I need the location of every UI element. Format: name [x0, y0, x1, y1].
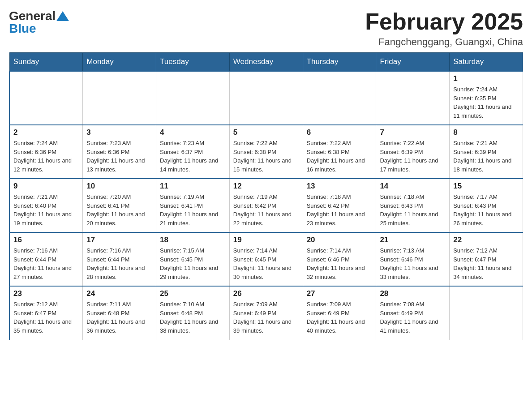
calendar-cell: 7Sunrise: 7:22 AM Sunset: 6:39 PM Daylig…	[376, 125, 450, 179]
logo-triangle-icon	[56, 11, 69, 21]
calendar-cell: 11Sunrise: 7:19 AM Sunset: 6:41 PM Dayli…	[156, 179, 230, 232]
month-title: February 2025	[365, 9, 523, 34]
day-of-week-header: Tuesday	[156, 53, 230, 72]
logo: General Blue	[9, 9, 69, 36]
day-info: Sunrise: 7:19 AM Sunset: 6:42 PM Dayligh…	[233, 193, 299, 227]
day-info: Sunrise: 7:24 AM Sunset: 6:36 PM Dayligh…	[13, 139, 79, 174]
day-info: Sunrise: 7:21 AM Sunset: 6:39 PM Dayligh…	[453, 139, 519, 174]
day-number: 3	[86, 128, 152, 137]
day-number: 8	[453, 128, 519, 137]
title-section: February 2025 Fangchenggang, Guangxi, Ch…	[365, 9, 523, 48]
calendar-cell	[450, 286, 523, 340]
day-number: 15	[453, 182, 519, 191]
day-info: Sunrise: 7:12 AM Sunset: 6:47 PM Dayligh…	[453, 246, 519, 281]
calendar-cell: 14Sunrise: 7:18 AM Sunset: 6:43 PM Dayli…	[376, 179, 450, 232]
calendar-week-row: 1Sunrise: 7:24 AM Sunset: 6:35 PM Daylig…	[9, 71, 523, 125]
day-info: Sunrise: 7:09 AM Sunset: 6:49 PM Dayligh…	[233, 300, 299, 335]
calendar-header-row: SundayMondayTuesdayWednesdayThursdayFrid…	[9, 53, 523, 72]
day-of-week-header: Thursday	[303, 53, 376, 72]
calendar-cell: 9Sunrise: 7:21 AM Sunset: 6:40 PM Daylig…	[9, 179, 83, 232]
calendar-cell: 18Sunrise: 7:15 AM Sunset: 6:45 PM Dayli…	[156, 232, 230, 286]
day-number: 9	[13, 182, 79, 191]
calendar-cell: 5Sunrise: 7:22 AM Sunset: 6:38 PM Daylig…	[229, 125, 303, 179]
calendar-cell: 8Sunrise: 7:21 AM Sunset: 6:39 PM Daylig…	[450, 125, 523, 179]
day-number: 22	[453, 235, 519, 244]
day-number: 26	[233, 289, 299, 298]
calendar-cell: 3Sunrise: 7:23 AM Sunset: 6:36 PM Daylig…	[83, 125, 156, 179]
logo-blue: Blue	[9, 21, 36, 36]
day-info: Sunrise: 7:21 AM Sunset: 6:40 PM Dayligh…	[13, 193, 79, 227]
calendar-cell: 20Sunrise: 7:14 AM Sunset: 6:46 PM Dayli…	[303, 232, 376, 286]
calendar-cell: 27Sunrise: 7:09 AM Sunset: 6:49 PM Dayli…	[303, 286, 376, 340]
location: Fangchenggang, Guangxi, China	[365, 36, 523, 48]
calendar-cell: 6Sunrise: 7:22 AM Sunset: 6:38 PM Daylig…	[303, 125, 376, 179]
day-number: 14	[380, 182, 446, 191]
day-of-week-header: Wednesday	[229, 53, 303, 72]
page-header: General Blue February 2025 Fangchenggang…	[9, 9, 523, 48]
day-info: Sunrise: 7:16 AM Sunset: 6:44 PM Dayligh…	[13, 246, 79, 281]
day-number: 1	[453, 74, 519, 83]
day-number: 7	[380, 128, 446, 137]
day-info: Sunrise: 7:18 AM Sunset: 6:42 PM Dayligh…	[307, 193, 373, 227]
day-number: 5	[233, 128, 299, 137]
calendar-cell: 2Sunrise: 7:24 AM Sunset: 6:36 PM Daylig…	[9, 125, 83, 179]
day-number: 28	[380, 289, 446, 298]
day-number: 13	[307, 182, 373, 191]
day-number: 19	[233, 235, 299, 244]
day-info: Sunrise: 7:19 AM Sunset: 6:41 PM Dayligh…	[160, 193, 226, 227]
day-info: Sunrise: 7:16 AM Sunset: 6:44 PM Dayligh…	[86, 246, 152, 281]
day-number: 11	[160, 182, 226, 191]
calendar-week-row: 9Sunrise: 7:21 AM Sunset: 6:40 PM Daylig…	[9, 179, 523, 232]
calendar-cell: 23Sunrise: 7:12 AM Sunset: 6:47 PM Dayli…	[9, 286, 83, 340]
calendar-week-row: 23Sunrise: 7:12 AM Sunset: 6:47 PM Dayli…	[9, 286, 523, 340]
calendar-cell: 25Sunrise: 7:10 AM Sunset: 6:48 PM Dayli…	[156, 286, 230, 340]
day-number: 27	[307, 289, 373, 298]
day-number: 24	[86, 289, 152, 298]
day-number: 10	[86, 182, 152, 191]
day-info: Sunrise: 7:15 AM Sunset: 6:45 PM Dayligh…	[160, 246, 226, 281]
day-number: 23	[13, 289, 79, 298]
day-info: Sunrise: 7:14 AM Sunset: 6:45 PM Dayligh…	[233, 246, 299, 281]
day-number: 17	[86, 235, 152, 244]
day-number: 2	[13, 128, 79, 137]
calendar-cell	[229, 71, 303, 125]
calendar-cell	[303, 71, 376, 125]
day-of-week-header: Saturday	[450, 53, 523, 72]
calendar-cell: 13Sunrise: 7:18 AM Sunset: 6:42 PM Dayli…	[303, 179, 376, 232]
day-info: Sunrise: 7:09 AM Sunset: 6:49 PM Dayligh…	[307, 300, 373, 335]
calendar-week-row: 2Sunrise: 7:24 AM Sunset: 6:36 PM Daylig…	[9, 125, 523, 179]
calendar-cell	[9, 71, 83, 125]
day-info: Sunrise: 7:22 AM Sunset: 6:39 PM Dayligh…	[380, 139, 446, 174]
day-info: Sunrise: 7:13 AM Sunset: 6:46 PM Dayligh…	[380, 246, 446, 281]
calendar-cell: 16Sunrise: 7:16 AM Sunset: 6:44 PM Dayli…	[9, 232, 83, 286]
calendar-cell: 28Sunrise: 7:08 AM Sunset: 6:49 PM Dayli…	[376, 286, 450, 340]
calendar-cell	[376, 71, 450, 125]
calendar-cell: 12Sunrise: 7:19 AM Sunset: 6:42 PM Dayli…	[229, 179, 303, 232]
day-info: Sunrise: 7:14 AM Sunset: 6:46 PM Dayligh…	[307, 246, 373, 281]
day-number: 16	[13, 235, 79, 244]
calendar-week-row: 16Sunrise: 7:16 AM Sunset: 6:44 PM Dayli…	[9, 232, 523, 286]
calendar-cell: 24Sunrise: 7:11 AM Sunset: 6:48 PM Dayli…	[83, 286, 156, 340]
day-info: Sunrise: 7:22 AM Sunset: 6:38 PM Dayligh…	[233, 139, 299, 174]
day-number: 6	[307, 128, 373, 137]
calendar-cell: 10Sunrise: 7:20 AM Sunset: 6:41 PM Dayli…	[83, 179, 156, 232]
day-info: Sunrise: 7:08 AM Sunset: 6:49 PM Dayligh…	[380, 300, 446, 335]
day-info: Sunrise: 7:11 AM Sunset: 6:48 PM Dayligh…	[86, 300, 152, 335]
day-info: Sunrise: 7:23 AM Sunset: 6:37 PM Dayligh…	[160, 139, 226, 174]
day-info: Sunrise: 7:22 AM Sunset: 6:38 PM Dayligh…	[307, 139, 373, 174]
day-info: Sunrise: 7:12 AM Sunset: 6:47 PM Dayligh…	[13, 300, 79, 335]
day-info: Sunrise: 7:17 AM Sunset: 6:43 PM Dayligh…	[453, 193, 519, 227]
day-of-week-header: Sunday	[9, 53, 83, 72]
day-number: 4	[160, 128, 226, 137]
calendar-cell: 21Sunrise: 7:13 AM Sunset: 6:46 PM Dayli…	[376, 232, 450, 286]
day-info: Sunrise: 7:18 AM Sunset: 6:43 PM Dayligh…	[380, 193, 446, 227]
day-number: 18	[160, 235, 226, 244]
day-info: Sunrise: 7:20 AM Sunset: 6:41 PM Dayligh…	[86, 193, 152, 227]
calendar-table: SundayMondayTuesdayWednesdayThursdayFrid…	[9, 52, 523, 340]
calendar-cell	[156, 71, 230, 125]
calendar-cell: 1Sunrise: 7:24 AM Sunset: 6:35 PM Daylig…	[450, 71, 523, 125]
calendar-cell: 15Sunrise: 7:17 AM Sunset: 6:43 PM Dayli…	[450, 179, 523, 232]
day-info: Sunrise: 7:23 AM Sunset: 6:36 PM Dayligh…	[86, 139, 152, 174]
day-of-week-header: Monday	[83, 53, 156, 72]
day-number: 12	[233, 182, 299, 191]
